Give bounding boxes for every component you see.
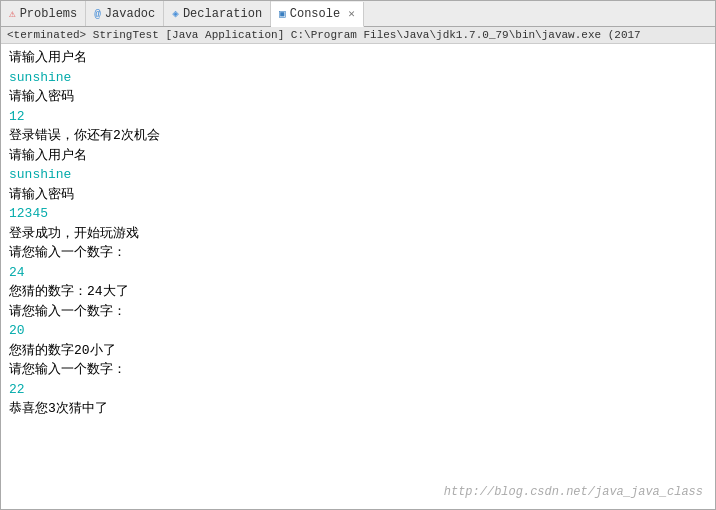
console-line: 请您输入一个数字：: [9, 360, 707, 380]
console-line: 恭喜您3次猜中了: [9, 399, 707, 419]
console-tab-icon: ▣: [279, 7, 286, 20]
declaration-tab-icon: ◈: [172, 7, 179, 20]
problems-tab-icon: ⚠: [9, 7, 16, 20]
console-line: sunshine: [9, 68, 707, 88]
console-line: 12: [9, 107, 707, 127]
console-area[interactable]: 请输入用户名 sunshine 请输入密码 12 登录错误，你还有2次机会 请输…: [1, 44, 715, 509]
console-line: 您猜的数字：24大了: [9, 282, 707, 302]
console-line: 请输入密码: [9, 87, 707, 107]
console-line: 登录错误，你还有2次机会: [9, 126, 707, 146]
eclipse-window: ⚠Problems@Javadoc◈Declaration▣Console✕ <…: [0, 0, 716, 510]
console-line: sunshine: [9, 165, 707, 185]
console-line: 请您输入一个数字：: [9, 302, 707, 322]
console-tab-label: Console: [290, 7, 340, 21]
console-line: 请输入密码: [9, 185, 707, 205]
tab-problems[interactable]: ⚠Problems: [1, 1, 86, 26]
console-line: 24: [9, 263, 707, 283]
watermark: http://blog.csdn.net/java_java_class: [444, 483, 703, 501]
console-line: 请输入用户名: [9, 146, 707, 166]
console-line: 22: [9, 380, 707, 400]
tab-declaration[interactable]: ◈Declaration: [164, 1, 271, 26]
console-line: 登录成功，开始玩游戏: [9, 224, 707, 244]
console-line: 请输入用户名: [9, 48, 707, 68]
console-line: 12345: [9, 204, 707, 224]
tab-bar: ⚠Problems@Javadoc◈Declaration▣Console✕: [1, 1, 715, 27]
tab-console[interactable]: ▣Console✕: [271, 2, 364, 27]
console-tab-close[interactable]: ✕: [348, 7, 355, 20]
problems-tab-label: Problems: [20, 7, 78, 21]
javadoc-tab-icon: @: [94, 8, 101, 20]
console-line: 您猜的数字20小了: [9, 341, 707, 361]
tab-javadoc[interactable]: @Javadoc: [86, 1, 164, 26]
status-bar: <terminated> StringTest [Java Applicatio…: [1, 27, 715, 44]
javadoc-tab-label: Javadoc: [105, 7, 155, 21]
declaration-tab-label: Declaration: [183, 7, 262, 21]
console-line: 20: [9, 321, 707, 341]
status-text: <terminated> StringTest [Java Applicatio…: [7, 29, 641, 41]
console-line: 请您输入一个数字：: [9, 243, 707, 263]
